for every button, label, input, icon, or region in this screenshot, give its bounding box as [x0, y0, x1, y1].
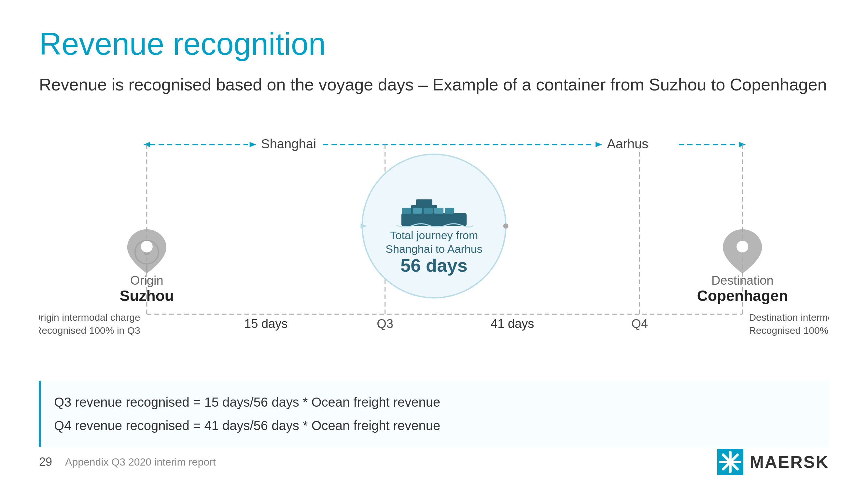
svg-text:Q4: Q4 [631, 317, 648, 330]
svg-text:Suzhou: Suzhou [120, 287, 174, 304]
svg-text:Origin: Origin [130, 273, 163, 287]
svg-text:Total journey from: Total journey from [390, 229, 478, 241]
svg-text:Aarhus: Aarhus [607, 137, 648, 151]
svg-text:15 days: 15 days [244, 317, 287, 330]
footer: 29 Appendix Q3 2020 interim report MAERS… [39, 449, 829, 475]
page-number: 29 [39, 455, 52, 469]
svg-text:Q3: Q3 [377, 317, 393, 330]
svg-text:Destination: Destination [711, 273, 774, 287]
svg-text:Shanghai: Shanghai [261, 137, 316, 151]
svg-text:Recognised 100% in Q4: Recognised 100% in Q4 [749, 325, 829, 336]
maersk-star-icon [717, 449, 743, 475]
maersk-brand-text: MAERSK [750, 452, 829, 472]
page: Revenue recognition Revenue is recognise… [0, 0, 868, 488]
svg-marker-4 [595, 142, 602, 147]
page-subtitle: Revenue is recognised based on the voyag… [39, 75, 829, 94]
diagram-area: Shanghai Aarhus [39, 120, 829, 374]
formula-line1: Q3 revenue recognised = 15 days/56 days … [54, 390, 816, 414]
svg-rect-29 [424, 208, 433, 214]
formula-line2: Q4 revenue recognised = 41 days/56 days … [54, 414, 816, 437]
formula-section: Q3 revenue recognised = 15 days/56 days … [39, 381, 829, 447]
svg-text:Shanghai to Aarhus: Shanghai to Aarhus [385, 243, 482, 255]
svg-rect-27 [402, 208, 411, 214]
svg-point-20 [737, 241, 748, 253]
svg-point-23 [362, 154, 506, 298]
page-title: Revenue recognition [39, 26, 829, 62]
svg-text:Copenhagen: Copenhagen [697, 287, 788, 304]
footer-left: 29 Appendix Q3 2020 interim report [39, 455, 216, 469]
svg-rect-30 [434, 208, 443, 214]
svg-text:Origin intermodal charge: Origin intermodal charge [39, 312, 140, 323]
diagram-svg: Shanghai Aarhus [39, 120, 829, 374]
svg-point-17 [141, 241, 153, 253]
svg-text:41 days: 41 days [491, 317, 534, 330]
svg-point-32 [503, 224, 508, 229]
report-label: Appendix Q3 2020 interim report [65, 456, 216, 468]
svg-text:56 days: 56 days [400, 255, 468, 275]
svg-text:Recognised 100% in Q3: Recognised 100% in Q3 [39, 325, 140, 336]
svg-rect-28 [413, 208, 422, 214]
svg-rect-31 [445, 208, 454, 214]
svg-text:Destination intermodal charge: Destination intermodal charge [749, 312, 829, 323]
svg-rect-26 [416, 199, 432, 206]
svg-marker-1 [250, 142, 256, 147]
maersk-logo: MAERSK [717, 449, 829, 475]
